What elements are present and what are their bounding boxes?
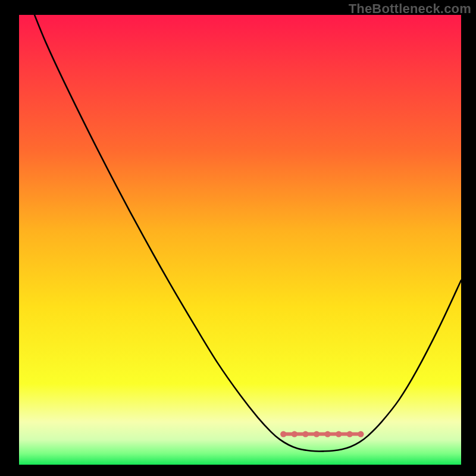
chart-container: TheBottleneck.com <box>0 0 476 476</box>
svg-point-6 <box>324 431 330 437</box>
svg-point-2 <box>280 431 286 437</box>
svg-point-4 <box>302 431 308 437</box>
svg-point-3 <box>292 431 298 437</box>
svg-point-5 <box>314 431 320 437</box>
svg-point-8 <box>347 431 353 437</box>
svg-point-7 <box>336 431 342 437</box>
chart-svg <box>19 15 461 465</box>
chart-plot-area <box>19 15 461 465</box>
svg-rect-0 <box>19 15 461 465</box>
chart-watermark: TheBottleneck.com <box>349 1 471 17</box>
svg-point-9 <box>358 431 364 437</box>
